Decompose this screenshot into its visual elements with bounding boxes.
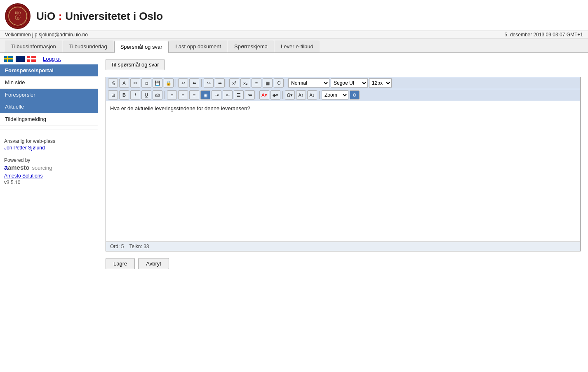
zoom-select[interactable]: Zoom 50% 75% 100% 125% 150% [322,90,348,100]
tb-sep-7 [282,91,283,99]
svg-text:UIO: UIO [15,11,21,15]
logout-link[interactable]: Logg ut [43,56,61,62]
tb-bold[interactable]: B [119,90,129,100]
tb-superscript[interactable]: x² [229,78,239,88]
sidebar-item-tildelingsmelding[interactable]: Tildelingsmelding [0,113,98,126]
tb-redo-arrow[interactable]: ➡ [215,78,225,88]
tb-sep-4 [286,79,286,87]
tb-table[interactable]: ▦ [263,78,273,88]
toolbar-row-2: ⊞ B I U ab ≡ ≡ ≡ ▣ ⇥ ⇤ ☰ ≔ A▾ ◆▾ Ω▾ A↑ [106,89,580,101]
title-colon: : [59,10,62,22]
tb-sep-1 [176,79,176,87]
tb-list-ol[interactable]: ☰ [234,90,244,100]
font-select[interactable]: Segoe UI Arial Times New Roman Verdana [331,78,368,88]
tb-indent-more[interactable]: ⇥ [212,90,221,100]
tb-indent-less[interactable]: ⇤ [223,90,233,100]
save-button[interactable]: Lagre [106,258,135,269]
content-area: Til spørsmål og svar 🖨 A ✂ ⧉ 💾 🔒 ↩ ⬅ ↪ ➡… [98,53,588,372]
tb-strikethrough[interactable]: ab [153,90,162,100]
sidebar-footer: Ansvarlig for web-plass Jon Petter Sjølu… [0,134,98,190]
welcome-text: Velkommen j.p.sjolund@admin.uio.no [5,32,88,38]
main-layout: Logg ut Forespørselsportal Min side Fore… [0,53,588,372]
format-select[interactable]: Normal Heading 1 Heading 2 Heading 3 [288,78,329,88]
tab-sporreskjema[interactable]: Spørreskjema [228,40,274,52]
responsible-label: Ansvarlig for web-plass [4,138,94,144]
size-select[interactable]: 8px 10px 12px 14px 16px [369,78,392,88]
tb-copy[interactable]: ⧉ [141,78,151,88]
sidebar-item-forespoersler[interactable]: Forespørsler [0,89,98,101]
sidebar-item-aktuelle[interactable]: Aktuelle [0,101,98,113]
header: UIO ⊕ UiO : Universitetet i Oslo [0,0,588,31]
sidebar-divider [0,130,98,130]
flag-se[interactable] [4,56,13,62]
sidebar: Logg ut Forespørselsportal Min side Fore… [0,53,98,372]
tb-cut[interactable]: ✂ [130,78,140,88]
amesto-logo-text: aamesto [4,164,29,171]
uio-logo: UIO ⊕ [5,3,31,29]
tb-italic[interactable]: I [130,90,140,100]
svg-text:⊕: ⊕ [17,17,19,19]
tb-sep-8 [319,91,320,99]
char-count: Teikn: 33 [129,244,149,249]
tb-settings[interactable]: ⚙ [350,90,360,100]
svg-point-0 [7,5,28,27]
flag-no[interactable] [27,56,36,62]
flag-gb[interactable] [16,56,25,62]
tb-align-justify[interactable]: ≡ [189,90,199,100]
tb-align-center[interactable]: ≡ [178,90,188,100]
powered-by-label: Powered by [4,157,94,163]
tb-special-chars[interactable]: Ω▾ [285,90,295,100]
tab-tilbudsunderlag[interactable]: Tilbudsunderlag [63,40,113,52]
tb-underline[interactable]: U [141,90,151,100]
tab-sporsmal[interactable]: Spørsmål og svar [114,41,169,53]
tb-undo-arrow[interactable]: ⬅ [189,78,199,88]
toolbar-row-1: 🖨 A ✂ ⧉ 💾 🔒 ↩ ⬅ ↪ ➡ x² x₂ ≡ ▦ ⏱ [106,77,580,89]
datetime: 5. desember 2013 09:03:07 GMT+1 [505,32,583,38]
action-buttons: Lagre Avbryt [106,258,581,269]
tab-tilbudsinformasjon[interactable]: Tilbudsinformasjon [5,40,62,52]
tb-sep-2 [201,79,202,87]
tb-align-left[interactable]: ≡ [167,90,177,100]
tb-save[interactable]: 💾 [153,78,162,88]
site-title: UiO : Universitetet i Oslo [36,10,163,23]
tb-print[interactable]: 🖨 [108,78,118,88]
editor-content: Hva er de aktuelle leveringsstedene for … [110,105,250,111]
tb-sep-5 [165,91,165,99]
tb-lock[interactable]: 🔒 [164,78,174,88]
tab-lastoppdokument[interactable]: Last opp dokument [169,40,228,52]
tb-decrease-font[interactable]: A↓ [307,90,317,100]
tb-redo[interactable]: ↪ [204,78,214,88]
tb-highlight-color[interactable]: ◆▾ [270,90,280,100]
word-count: Ord: 5 [110,244,124,249]
editor-container: 🖨 A ✂ ⧉ 💾 🔒 ↩ ⬅ ↪ ➡ x² x₂ ≡ ▦ ⏱ [106,77,581,251]
cancel-button[interactable]: Avbryt [138,258,169,269]
responsible-name-link[interactable]: Jon Petter Sjølund [4,145,45,151]
tb-sep-3 [227,79,227,87]
tb-font-color[interactable]: A▾ [259,90,269,100]
uio-logo-svg: UIO ⊕ [7,5,29,27]
editor-body[interactable]: Hva er de aktuelle leveringsstedene for … [106,101,580,242]
nav-tabs: Tilbudsinformasjon Tilbudsunderlag Spørs… [0,39,588,53]
lang-row: Logg ut [0,53,98,64]
sourcing-label: sourcing [32,165,52,171]
tb-highlight[interactable]: ▣ [200,90,210,100]
tb-subscript[interactable]: x₂ [240,78,250,88]
tab-lever[interactable]: Lever e-tilbud [275,40,320,52]
tb-align-right[interactable]: ≡ [252,78,261,88]
tb-increase-font[interactable]: A↑ [296,90,306,100]
tb-insert-table[interactable]: ⊞ [108,90,118,100]
tb-undo[interactable]: ↩ [178,78,188,88]
sidebar-item-min-side[interactable]: Min side [0,76,98,89]
version-label: v3.5.10 [4,180,94,185]
welcome-bar: Velkommen j.p.sjolund@admin.uio.no 5. de… [0,31,588,39]
sidebar-portal-header[interactable]: Forespørselsportal [0,64,98,76]
amesto-solutions-link[interactable]: Amesto Solutions [4,173,42,179]
tb-format-paint[interactable]: A [119,78,129,88]
tb-clock[interactable]: ⏱ [274,78,284,88]
editor-status: Ord: 5 Teikn: 33 [106,242,580,251]
tb-list-ul[interactable]: ≔ [245,90,255,100]
back-button[interactable]: Til spørsmål og svar [106,59,165,70]
amesto-brand: aamesto sourcing [4,164,94,171]
tb-sep-6 [257,91,257,99]
